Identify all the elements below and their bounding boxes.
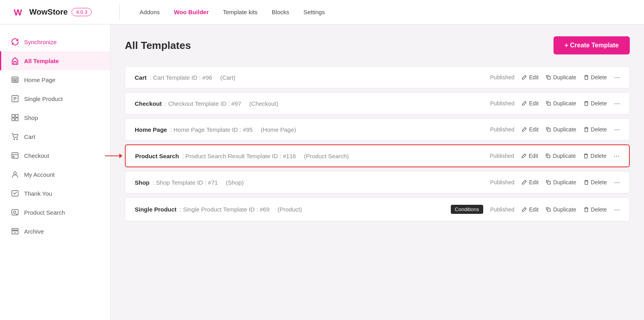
nav-settings[interactable]: Settings xyxy=(303,9,325,15)
create-template-button[interactable]: + Create Template xyxy=(554,36,630,54)
thank-you-icon xyxy=(11,189,19,198)
home-page-icon xyxy=(11,75,19,84)
svg-rect-5 xyxy=(15,80,17,81)
template-list: Cart : Cart Template ID : #96 (Cart) Pub… xyxy=(125,66,630,221)
svg-rect-30 xyxy=(585,102,588,106)
template-row-home-page: Home Page : Home Page Template ID : #95 … xyxy=(125,118,630,140)
archive-icon xyxy=(11,227,19,236)
duplicate-cart-button[interactable]: Duplicate xyxy=(546,74,576,80)
template-row-cart-right: Published Edit Duplicate Delete ··· xyxy=(490,74,620,81)
edit-checkout-button[interactable]: Edit xyxy=(522,100,539,107)
edit-product-search-button[interactable]: Edit xyxy=(521,153,538,159)
template-detail-single-product: : Single Product Template ID : #69 xyxy=(180,206,269,213)
svg-point-22 xyxy=(13,211,16,213)
edit-cart-button[interactable]: Edit xyxy=(522,74,539,80)
duplicate-product-search-button[interactable]: Duplicate xyxy=(545,153,576,159)
delete-single-product-button[interactable]: Delete xyxy=(584,206,607,213)
sidebar-my-account-label: My Account xyxy=(24,171,55,178)
edit-single-product-button[interactable]: Edit xyxy=(522,206,539,213)
sidebar-shop-label: Shop xyxy=(24,114,38,121)
sidebar-item-single-product[interactable]: Single Product xyxy=(0,89,110,108)
more-product-search-button[interactable]: ··· xyxy=(614,152,620,159)
sidebar-item-home-page[interactable]: Home Page xyxy=(0,70,110,89)
page-title: All Templates xyxy=(125,39,191,52)
sidebar-thank-you-label: Thank You xyxy=(24,190,52,197)
duplicate-home-page-button[interactable]: Duplicate xyxy=(546,126,576,133)
wowstore-logo-icon: W xyxy=(13,5,27,19)
svg-rect-35 xyxy=(548,182,550,184)
duplicate-checkout-button[interactable]: Duplicate xyxy=(546,100,576,107)
more-single-product-button[interactable]: ··· xyxy=(614,206,620,213)
svg-rect-16 xyxy=(12,153,18,158)
brand-logo[interactable]: W WowStore xyxy=(13,5,68,19)
sync-icon xyxy=(11,37,19,46)
arrow-indicator xyxy=(105,153,122,158)
svg-rect-4 xyxy=(13,80,15,81)
template-name-shop: Shop xyxy=(135,179,150,186)
sidebar-item-my-account[interactable]: My Account xyxy=(0,165,110,184)
template-type-checkout: (Checkout) xyxy=(246,100,279,107)
edit-shop-button[interactable]: Edit xyxy=(522,179,539,185)
sidebar-item-synchronize[interactable]: Synchronize xyxy=(0,32,110,51)
more-cart-button[interactable]: ··· xyxy=(614,74,620,81)
nav-blocks[interactable]: Blocks xyxy=(272,9,289,15)
sidebar-item-thank-you[interactable]: Thank You xyxy=(0,184,110,203)
template-row-product-search-right: Published Edit Duplicate Delete ··· xyxy=(490,152,620,159)
sidebar-item-product-search[interactable]: Product Search xyxy=(0,203,110,222)
brand: W WowStore 4.0.3 xyxy=(13,5,92,19)
template-row-home-page-right: Published Edit Duplicate Delete ··· xyxy=(490,126,620,133)
sidebar-item-checkout[interactable]: Checkout xyxy=(0,146,110,165)
sidebar-single-product-label: Single Product xyxy=(24,95,63,102)
svg-rect-28 xyxy=(585,76,588,80)
sidebar-item-cart[interactable]: Cart xyxy=(0,127,110,146)
sidebar-item-shop[interactable]: Shop xyxy=(0,108,110,127)
svg-rect-21 xyxy=(12,210,18,215)
template-name-cart: Cart xyxy=(135,74,147,81)
sidebar-cart-label: Cart xyxy=(24,133,35,140)
sidebar-item-archive[interactable]: Archive xyxy=(0,222,110,241)
sidebar-checkout-label: Checkout xyxy=(24,152,49,159)
more-checkout-button[interactable]: ··· xyxy=(614,100,620,107)
layout: Synchronize All Template Hom xyxy=(0,24,644,320)
my-account-icon xyxy=(11,170,19,179)
svg-rect-12 xyxy=(12,118,15,121)
delete-home-page-button[interactable]: Delete xyxy=(584,126,607,133)
template-name-product-search: Product Search xyxy=(135,153,179,159)
sidebar-all-template-label: All Template xyxy=(24,58,59,64)
edit-home-page-button[interactable]: Edit xyxy=(522,126,539,133)
cart-icon xyxy=(11,132,19,141)
nav-addons[interactable]: Addons xyxy=(139,9,160,15)
nav-template-kits[interactable]: Template kits xyxy=(223,9,258,15)
delete-product-search-button[interactable]: Delete xyxy=(583,153,606,159)
svg-rect-33 xyxy=(547,155,550,158)
template-detail-cart: : Cart Template ID : #96 xyxy=(150,74,212,81)
checkout-icon xyxy=(11,151,19,160)
svg-rect-36 xyxy=(585,181,588,185)
delete-cart-button[interactable]: Delete xyxy=(584,74,607,80)
all-template-icon xyxy=(11,56,19,65)
svg-point-14 xyxy=(14,139,15,140)
duplicate-single-product-button[interactable]: Duplicate xyxy=(546,206,576,213)
delete-shop-button[interactable]: Delete xyxy=(584,179,607,185)
template-row-shop-left: Shop : Shop Template ID : #71 (Shop) xyxy=(135,179,244,186)
sidebar-item-all-template[interactable]: All Template xyxy=(0,51,110,70)
duplicate-shop-button[interactable]: Duplicate xyxy=(546,179,576,185)
svg-rect-24 xyxy=(12,228,18,230)
template-status-home-page: Published xyxy=(490,126,515,133)
nav-woo-builder[interactable]: Woo Builder xyxy=(174,9,209,15)
more-home-page-button[interactable]: ··· xyxy=(614,126,620,133)
sidebar-home-page-label: Home Page xyxy=(24,77,55,83)
template-name-home-page: Home Page xyxy=(135,126,167,133)
template-row-single-product: Single Product : Single Product Template… xyxy=(125,197,630,221)
more-shop-button[interactable]: ··· xyxy=(614,179,620,186)
template-detail-shop: : Shop Template ID : #71 xyxy=(153,179,218,186)
template-type-cart: (Cart) xyxy=(217,74,235,81)
svg-rect-10 xyxy=(12,114,15,117)
svg-rect-31 xyxy=(548,129,550,131)
svg-rect-34 xyxy=(584,155,587,158)
conditions-badge-single-product[interactable]: Conditions xyxy=(451,205,483,214)
template-status-product-search: Published xyxy=(490,153,514,159)
template-row-checkout-left: Checkout : Checkout Template ID : #97 (C… xyxy=(135,100,278,107)
delete-checkout-button[interactable]: Delete xyxy=(584,100,607,107)
template-row-single-product-left: Single Product : Single Product Template… xyxy=(135,206,302,213)
